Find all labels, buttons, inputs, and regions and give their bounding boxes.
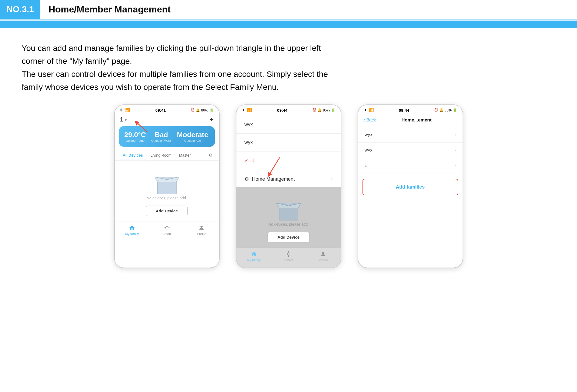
wifi-icon-3: 📶: [369, 108, 374, 113]
svg-point-8: [200, 226, 203, 228]
chevron-right-icon: ›: [331, 176, 333, 182]
phone3-nav-header: ‹ Back Home...ement: [358, 114, 463, 127]
description-line1: You can add and manage families by click…: [22, 42, 555, 55]
airplane-icon-3: ✈: [364, 108, 367, 113]
tab-master[interactable]: Master: [175, 150, 194, 160]
phone2-bottom-nav: My family Smart Profile: [236, 248, 341, 268]
phone3-status-bar: ✈ 📶 09:44 ⏰ 🔔 85% 🔋: [358, 105, 463, 114]
description-block: You can add and manage families by click…: [0, 28, 577, 104]
aqi-label: Outdoor AQI: [177, 139, 208, 142]
pm-label: Outdoor PM2.5: [151, 139, 172, 142]
phone1-right-icons: ⏰ 🔔 86% 🔋: [191, 108, 213, 112]
red-arrow-1: [131, 111, 153, 133]
phone3-left-icons: ✈ 📶: [364, 108, 374, 113]
nav-profile-2[interactable]: Profile: [306, 251, 341, 262]
airplane-icon: ✈: [120, 108, 124, 113]
settings-gear-icon[interactable]: ⚙: [207, 150, 215, 160]
empty-text: No devices, please add.: [147, 196, 187, 200]
phone1: ✈ 📶 09:41 ⏰ 🔔 86% 🔋 1 ∨ +: [114, 104, 220, 268]
battery-icon: 🔋: [209, 108, 214, 112]
home-icon-2: [250, 251, 257, 257]
back-chevron-icon: ‹: [364, 117, 365, 123]
phone1-time: 09:41: [155, 108, 166, 113]
nav-smart-2[interactable]: Smart: [271, 251, 306, 262]
nav-profile-label: Profile: [197, 232, 206, 236]
list-item-1[interactable]: 1 ›: [358, 158, 463, 173]
add-device-button[interactable]: Add Device: [146, 206, 188, 216]
mute-icon-2: 🔔: [318, 108, 322, 112]
chevron-right-icon-1: ›: [454, 132, 456, 137]
home-mgmt-icon: ⚙: [245, 176, 249, 182]
phone2-gray-overlay: No devices, please add. Add Device: [236, 187, 341, 248]
airplane-icon-2: ✈: [242, 108, 245, 113]
add-device-button-2[interactable]: Add Device: [268, 232, 310, 242]
alarm-icon-3: ⏰: [434, 108, 438, 112]
alarm-icon: ⏰: [191, 108, 195, 112]
pm-value: Bad: [151, 131, 172, 139]
nav-home-2[interactable]: My family: [236, 251, 271, 262]
empty-box-icon-2: [275, 198, 302, 222]
weather-pm: Bad Outdoor PM2.5: [151, 131, 172, 142]
svg-rect-2: [157, 182, 176, 194]
add-plus-button[interactable]: +: [209, 115, 213, 124]
mute-icon-3: 🔔: [439, 108, 443, 112]
menu-item-wyx2[interactable]: wyx: [236, 135, 341, 150]
nav-smart-label: Smart: [163, 232, 171, 236]
menu-item-1-label: 1: [252, 158, 255, 163]
battery-icon-2: 🔋: [331, 108, 335, 112]
list-item-wyx2[interactable]: wyx ›: [358, 143, 463, 158]
phone2-time: 09:44: [277, 108, 287, 113]
mute-icon: 🔔: [196, 108, 200, 112]
tab-living-room[interactable]: Living Room: [147, 150, 175, 160]
phone1-family-header: 1 ∨ +: [115, 114, 219, 126]
empty-text-2: No devices, please add.: [268, 222, 309, 226]
phones-container: ✈ 📶 09:41 ⏰ 🔔 86% 🔋 1 ∨ +: [0, 104, 577, 284]
menu-divider-2: [236, 151, 341, 151]
home-icon: [129, 225, 135, 231]
phone1-tabs: All Devices Living Room Master ⚙: [115, 150, 219, 161]
battery-level-2: 85%: [323, 108, 330, 112]
nav-home-label-2: My family: [247, 258, 261, 262]
phone1-status-bar: ✈ 📶 09:41 ⏰ 🔔 86% 🔋: [115, 105, 219, 114]
nav-home[interactable]: My family: [115, 225, 150, 236]
list-item-label-3: 1: [365, 163, 367, 168]
svg-point-3: [166, 226, 168, 229]
family-selector[interactable]: 1 ∨: [120, 116, 127, 123]
home-management-container: ⚙ Home Management ›: [236, 171, 341, 187]
checkmark-icon: ✓: [245, 157, 249, 163]
profile-icon-2: [320, 251, 327, 257]
red-arrow-2: [258, 155, 291, 179]
phone1-empty-state: No devices, please add. Add Device: [115, 161, 219, 222]
phone3: ✈ 📶 09:44 ⏰ 🔔 85% 🔋 ‹ Back Home...ement …: [358, 104, 463, 268]
smart-icon: [164, 225, 170, 231]
page-title: Home/Member Management: [48, 4, 171, 15]
wifi-icon: 📶: [125, 108, 130, 113]
back-label: Back: [366, 118, 376, 123]
phone2-status-bar: ✈ 📶 09:44 ⏰ 🔔 85% 🔋: [236, 105, 341, 114]
weather-aqi: Moderate Outdoor AQI: [177, 131, 208, 142]
battery-icon-3: 🔋: [453, 108, 457, 112]
svg-line-1: [136, 122, 147, 132]
svg-rect-11: [279, 208, 298, 220]
phone1-left-icons: ✈ 📶: [120, 108, 130, 113]
page-header: NO.3.1 Home/Member Management: [0, 0, 577, 19]
svg-point-12: [287, 253, 290, 255]
menu-item-wyx1[interactable]: wyx: [236, 117, 341, 132]
tab-all-devices[interactable]: All Devices: [119, 150, 147, 160]
chevron-right-icon-3: ›: [454, 163, 456, 168]
add-families-button[interactable]: Add families: [362, 179, 458, 195]
nav-smart[interactable]: Smart: [149, 225, 184, 236]
description-line4: family whose devices you wish to operate…: [22, 81, 555, 94]
battery-level: 86%: [201, 108, 208, 112]
phone2-right-icons: ⏰ 🔔 85% 🔋: [312, 108, 335, 112]
list-item-wyx1[interactable]: wyx ›: [358, 127, 463, 143]
list-item-label: wyx: [365, 132, 372, 137]
profile-icon: [198, 225, 205, 231]
description-line3: The user can control devices for multipl…: [22, 68, 555, 81]
back-button[interactable]: ‹ Back: [364, 117, 376, 123]
phone2-left-icons: ✈ 📶: [242, 108, 252, 113]
svg-point-17: [322, 252, 324, 254]
nav-smart-label-2: Smart: [284, 258, 293, 262]
nav-profile[interactable]: Profile: [184, 225, 219, 236]
empty-box-icon: [153, 172, 180, 196]
